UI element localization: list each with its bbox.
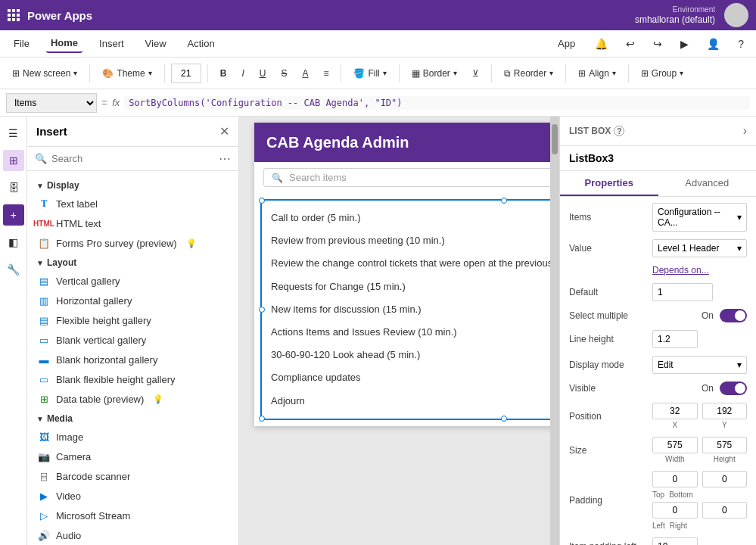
section-media[interactable]: ▼ Media	[27, 409, 238, 427]
list-item[interactable]: Actions Items and Issues Review (10 min.…	[271, 321, 559, 344]
section-display[interactable]: ▼ Display	[27, 176, 238, 194]
font-color-button[interactable]: A	[296, 65, 314, 82]
share-icon[interactable]: 👤	[704, 35, 723, 53]
padding-left-input[interactable]	[652, 502, 698, 519]
select-multiple-toggle[interactable]: On	[702, 309, 747, 322]
tab-advanced[interactable]: Advanced	[658, 171, 757, 196]
item-html-text[interactable]: HTML HTML text	[27, 213, 238, 233]
item-blank-horizontal-gallery[interactable]: ▬ Blank horizontal gallery	[27, 350, 238, 369]
new-screen-button[interactable]: ⊞ New screen ▾	[6, 65, 83, 82]
play-icon[interactable]: ▶	[677, 35, 692, 53]
item-horizontal-gallery[interactable]: ▥ Horizontal gallery	[27, 291, 238, 310]
menu-insert[interactable]: Insert	[95, 35, 129, 52]
list-item[interactable]: Compliance updates	[271, 366, 559, 389]
items-dropdown[interactable]: Configuration -- CA... ▾	[652, 203, 747, 232]
item-flexible-height-gallery[interactable]: ▤ Flexible height gallery	[27, 310, 238, 330]
item-image[interactable]: 🖼 Image	[27, 427, 238, 447]
theme-button[interactable]: 🎨 Theme ▾	[96, 65, 157, 82]
list-item[interactable]: Review the change control tickets that w…	[271, 252, 559, 275]
item-padding-left-input[interactable]	[652, 537, 698, 545]
list-item[interactable]: Requests for Change (15 min.)	[271, 276, 559, 298]
menu-app[interactable]: App	[553, 35, 580, 52]
handle-mid-left[interactable]	[259, 307, 265, 313]
insert-more-icon[interactable]: ⋯	[219, 151, 231, 166]
underline-button[interactable]: U	[254, 65, 272, 82]
insert-close-icon[interactable]: ✕	[219, 124, 229, 139]
handle-top-mid[interactable]	[501, 198, 507, 204]
sidebar-tools-icon[interactable]: 🔧	[3, 259, 24, 280]
position-x-input[interactable]	[652, 403, 698, 419]
padding-right-input[interactable]	[702, 502, 748, 519]
line-height-input[interactable]	[652, 330, 698, 348]
default-input[interactable]	[652, 283, 713, 301]
user-avatar[interactable]	[724, 3, 748, 27]
list-item[interactable]: Call to order (5 min.)	[271, 207, 559, 229]
list-item[interactable]: New items for discussion (15 min.)	[271, 298, 559, 321]
redo-icon[interactable]: ↪	[650, 35, 665, 53]
notification-icon[interactable]: 🔔	[592, 35, 611, 53]
item-audio[interactable]: 🔊 Audio	[27, 525, 238, 545]
list-item[interactable]: 30-60-90-120 Look ahead (5 min.)	[271, 344, 559, 366]
item-forms-pro[interactable]: 📋 Forms Pro survey (preview) 💡	[27, 233, 238, 253]
size-h-input[interactable]	[702, 437, 748, 453]
value-dropdown[interactable]: Level 1 Header ▾	[652, 239, 747, 257]
canvas-scrollbar[interactable]	[550, 117, 559, 545]
item-vertical-gallery[interactable]: ▤ Vertical gallery	[27, 271, 238, 291]
menu-home[interactable]: Home	[46, 34, 82, 53]
apps-grid-icon[interactable]	[8, 9, 20, 21]
expand-button[interactable]: ⊻	[466, 65, 485, 82]
handle-bottom-left[interactable]	[259, 416, 265, 422]
size-w-input[interactable]	[652, 437, 698, 453]
formula-input[interactable]	[124, 96, 750, 110]
padding-top-input[interactable]	[652, 471, 698, 487]
align-pos-button[interactable]: ⊞ Align ▾	[572, 65, 622, 82]
select-multiple-switch[interactable]	[720, 309, 747, 322]
item-barcode-scanner[interactable]: ⌸ Barcode scanner	[27, 466, 238, 486]
item-text-label[interactable]: 𝐓 Text label	[27, 194, 238, 213]
listbox-container[interactable]: Call to order (5 min.) Review from previ…	[260, 199, 559, 420]
item-blank-flexible-height-gallery[interactable]: ▭ Blank flexible height gallery	[27, 369, 238, 389]
font-size-input[interactable]	[171, 64, 201, 83]
italic-button[interactable]: I	[235, 65, 250, 82]
tab-properties[interactable]: Properties	[560, 171, 658, 196]
app-search-box[interactable]: 🔍 Search items	[263, 168, 559, 187]
depends-on-link[interactable]: Depends on...	[652, 265, 709, 276]
visible-toggle[interactable]: On	[702, 382, 747, 395]
menu-view[interactable]: View	[141, 35, 171, 52]
help-icon[interactable]: ?	[614, 126, 624, 136]
search-input[interactable]	[51, 153, 214, 164]
visible-switch[interactable]	[720, 382, 747, 395]
bold-button[interactable]: B	[214, 65, 233, 82]
item-camera[interactable]: 📷 Camera	[27, 447, 238, 466]
strikethrough-button[interactable]: S	[275, 65, 293, 82]
item-blank-vertical-gallery[interactable]: ▭ Blank vertical gallery	[27, 330, 238, 350]
position-y-input[interactable]	[702, 403, 748, 419]
padding-bottom-input[interactable]	[702, 471, 748, 487]
border-button[interactable]: ▦ Border ▾	[406, 65, 463, 82]
item-microsoft-stream[interactable]: ▷ Microsoft Stream	[27, 506, 238, 525]
canvas-scroll-thumb[interactable]	[552, 124, 558, 154]
sidebar-insert-icon[interactable]: ⊞	[3, 150, 24, 171]
expand-panel-icon[interactable]: ›	[743, 124, 747, 138]
sidebar-components-icon[interactable]: ◧	[3, 232, 24, 253]
section-layout[interactable]: ▼ Layout	[27, 253, 238, 271]
list-item[interactable]: Review from previous meeting (10 min.)	[271, 229, 559, 252]
sidebar-menu-icon[interactable]: ☰	[3, 123, 24, 144]
handle-bottom-mid[interactable]	[501, 416, 507, 422]
fill-button[interactable]: 🪣 Fill ▾	[347, 65, 392, 82]
group-button[interactable]: ⊞ Group ▾	[635, 65, 689, 82]
menu-action[interactable]: Action	[183, 35, 219, 52]
help-icon[interactable]: ?	[735, 35, 747, 53]
sidebar-add-icon[interactable]: +	[3, 204, 24, 226]
sidebar-data-icon[interactable]: 🗄	[3, 177, 24, 198]
menu-file[interactable]: File	[9, 35, 34, 52]
undo-icon[interactable]: ↩	[623, 35, 638, 53]
handle-top-left[interactable]	[259, 198, 265, 204]
reorder-button[interactable]: ⧉ Reorder ▾	[498, 65, 559, 82]
item-data-table[interactable]: ⊞ Data table (preview) 💡	[27, 389, 238, 409]
item-video[interactable]: ▶ Video	[27, 486, 238, 506]
display-mode-dropdown[interactable]: Edit ▾	[652, 356, 747, 374]
align-button[interactable]: ≡	[317, 65, 334, 82]
list-item[interactable]: Adjourn	[271, 390, 559, 413]
field-selector[interactable]: Items	[6, 93, 97, 113]
